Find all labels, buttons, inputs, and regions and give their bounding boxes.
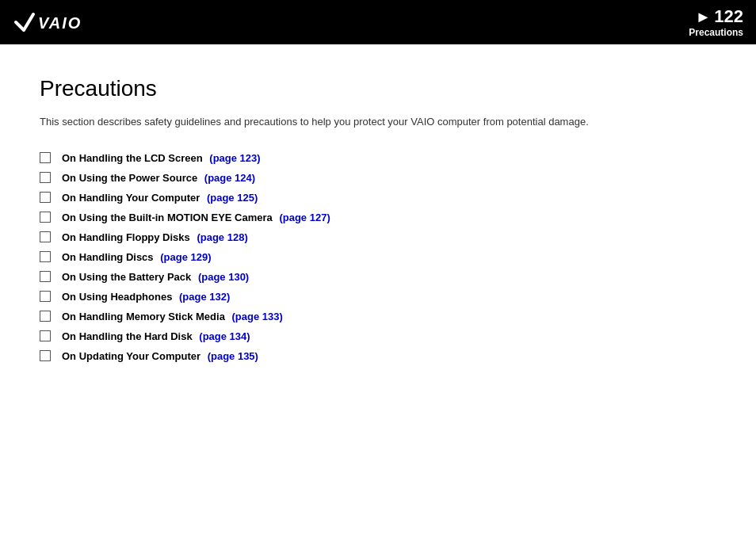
list-item: On Handling the LCD Screen (page 123) (40, 152, 716, 164)
toc-item-link[interactable]: (page 123) (209, 152, 260, 164)
toc-item-link[interactable]: (page 133) (231, 311, 282, 322)
checkbox-icon (40, 291, 51, 302)
checkbox-icon (40, 350, 51, 361)
checkbox-icon (40, 152, 51, 163)
checkbox-icon (40, 172, 51, 183)
list-item: On Handling Discs (page 129) (40, 251, 716, 263)
intro-text: This section describes safety guidelines… (40, 114, 716, 130)
toc-item-label: On Handling Floppy Disks (page 128) (62, 231, 248, 243)
toc-item-label: On Handling the LCD Screen (page 123) (62, 152, 261, 164)
page-number: 122 (714, 6, 743, 27)
list-item: On Handling the Hard Disk (page 134) (40, 330, 716, 342)
toc-list: On Handling the LCD Screen (page 123)On … (40, 152, 716, 362)
list-item: On Handling Floppy Disks (page 128) (40, 231, 716, 243)
toc-item-link[interactable]: (page 132) (179, 291, 230, 303)
toc-item-label: On Handling the Hard Disk (page 134) (62, 330, 250, 342)
svg-text:VAIO: VAIO (38, 14, 82, 32)
list-item: On Using the Battery Pack (page 130) (40, 271, 716, 283)
arrow-icon: ► (695, 8, 711, 26)
header: VAIO ► 122 Precautions (0, 0, 756, 44)
checkbox-icon (40, 192, 51, 203)
toc-item-link[interactable]: (page 125) (207, 192, 258, 204)
toc-item-link[interactable]: (page 128) (197, 231, 247, 243)
main-content: Precautions This section describes safet… (0, 44, 756, 394)
toc-item-label: On Using the Battery Pack (page 130) (62, 271, 249, 283)
toc-item-label: On Using the Power Source (page 124) (62, 172, 255, 184)
toc-item-link[interactable]: (page 134) (199, 330, 250, 342)
page-info: ► 122 Precautions (689, 6, 743, 38)
checkbox-icon (40, 231, 51, 242)
list-item: On Handling Your Computer (page 125) (40, 192, 716, 204)
list-item: On Handling Memory Stick Media (page 133… (40, 311, 716, 322)
toc-item-label: On Handling Discs (page 129) (62, 251, 212, 263)
vaio-logo: VAIO (13, 8, 84, 36)
toc-item-label: On Handling Memory Stick Media (page 133… (62, 311, 283, 322)
logo-area: VAIO (13, 8, 84, 36)
page-title: Precautions (40, 76, 716, 101)
list-item: On Using the Power Source (page 124) (40, 172, 716, 184)
list-item: On Updating Your Computer (page 135) (40, 350, 716, 362)
toc-item-link[interactable]: (page 130) (198, 271, 249, 283)
list-item: On Using the Built-in MOTION EYE Camera … (40, 212, 716, 223)
toc-item-label: On Updating Your Computer (page 135) (62, 350, 258, 362)
toc-item-link[interactable]: (page 129) (160, 251, 211, 263)
toc-item-label: On Using the Built-in MOTION EYE Camera … (62, 212, 330, 223)
list-item: On Using Headphones (page 132) (40, 291, 716, 303)
toc-item-link[interactable]: (page 135) (208, 350, 258, 362)
toc-item-label: On Handling Your Computer (page 125) (62, 192, 258, 204)
checkbox-icon (40, 271, 51, 282)
checkbox-icon (40, 251, 51, 262)
section-label: Precautions (689, 27, 743, 38)
toc-item-link[interactable]: (page 127) (279, 212, 330, 223)
toc-item-link[interactable]: (page 124) (204, 172, 255, 184)
toc-item-label: On Using Headphones (page 132) (62, 291, 230, 303)
checkbox-icon (40, 212, 51, 223)
checkbox-icon (40, 330, 51, 341)
header-right: ► 122 Precautions (689, 6, 743, 38)
checkbox-icon (40, 311, 51, 322)
